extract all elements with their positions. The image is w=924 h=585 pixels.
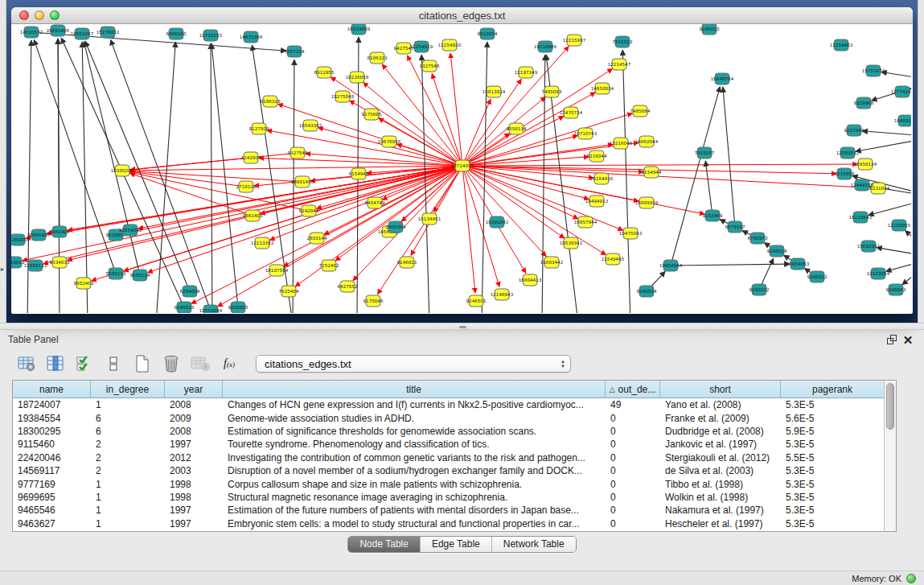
network-node[interactable]: 9030955	[228, 302, 248, 313]
network-node[interactable]: 12774193	[891, 86, 911, 97]
network-node[interactable]: 7857224	[285, 46, 305, 57]
network-node[interactable]: 9170046	[363, 295, 384, 307]
column-header-name[interactable]: name	[13, 381, 91, 398]
minimize-window-button[interactable]	[35, 10, 44, 20]
network-node[interactable]: 7485083	[542, 86, 562, 97]
network-edge[interactable]	[211, 43, 238, 307]
network-node[interactable]: 9246501	[466, 295, 487, 307]
network-node[interactable]: 15692951	[857, 241, 881, 252]
function-builder-button[interactable]: f(x)	[217, 352, 241, 375]
column-header-out_de[interactable]: △out_de...	[606, 381, 660, 398]
network-node[interactable]: 16164416	[590, 173, 614, 184]
network-edge[interactable]	[482, 42, 487, 313]
network-node[interactable]: 9127508	[249, 123, 269, 134]
network-node[interactable]: 14671368	[240, 31, 263, 43]
network-node[interactable]: 3919013	[11, 257, 25, 268]
network-node[interactable]: 7515523	[613, 36, 633, 47]
network-node[interactable]: 9245032	[749, 284, 770, 295]
network-node[interactable]: 10710743	[574, 128, 598, 139]
right-collapsed-panel[interactable]	[918, 0, 924, 323]
network-node[interactable]: 2718120	[236, 181, 257, 192]
network-node[interactable]: 12197349	[515, 67, 538, 78]
network-node[interactable]: 9550134	[130, 270, 150, 281]
network-node[interactable]: 18226058	[346, 72, 369, 83]
network-node[interactable]: 11568133	[24, 260, 47, 271]
network-edge[interactable]	[259, 158, 462, 166]
column-header-title[interactable]: title	[223, 381, 606, 398]
network-node[interactable]: 9861403	[243, 210, 263, 221]
network-edge[interactable]	[462, 46, 569, 166]
network-node[interactable]: 6254004	[180, 286, 200, 297]
network-node[interactable]: 16033809	[347, 24, 371, 35]
network-edge[interactable]	[462, 113, 632, 166]
network-graph[interactable]: 1872400789129551822605818275048165433829…	[11, 24, 911, 313]
column-header-year[interactable]: year	[165, 381, 223, 398]
network-edge[interactable]	[856, 137, 911, 151]
network-node[interactable]: 7919107	[695, 147, 715, 159]
network-edge[interactable]	[705, 161, 713, 216]
network-node[interactable]: 9245043	[886, 284, 906, 295]
network-edge[interactable]	[27, 40, 31, 313]
row-height-button[interactable]	[101, 352, 125, 375]
network-node[interactable]: 9327548	[288, 147, 308, 159]
network-node[interactable]: 5505133	[106, 268, 126, 279]
network-node[interactable]: 10653287	[71, 28, 94, 39]
network-node[interactable]: 12213383	[251, 237, 274, 249]
network-node[interactable]: 15751074	[862, 65, 885, 76]
network-edge[interactable]	[462, 166, 565, 238]
network-node[interactable]: 12214547	[608, 59, 631, 70]
column-header-in_degree[interactable]: in_degree	[91, 381, 165, 398]
network-node[interactable]: 11254920	[438, 39, 462, 51]
network-edge[interactable]	[191, 166, 462, 303]
network-node[interactable]: 11549495	[602, 253, 625, 265]
network-node[interactable]: 7625404	[279, 286, 299, 297]
network-edge[interactable]	[869, 197, 911, 215]
network-node[interactable]: 9245013	[700, 24, 720, 35]
close-panel-button[interactable]: ✕	[900, 332, 916, 347]
delete-table-button[interactable]	[159, 352, 183, 375]
network-node[interactable]: 9327546	[420, 60, 440, 72]
network-window[interactable]: citations_edges.txt 18724007891295518226…	[11, 7, 913, 314]
network-edge[interactable]	[902, 257, 911, 285]
network-edge[interactable]	[211, 43, 212, 313]
table-row[interactable]: 911546021997Tourette syndrome. Phenomeno…	[13, 438, 884, 451]
network-node[interactable]: 18275048	[331, 91, 355, 102]
network-node[interactable]: 10391042	[486, 216, 508, 228]
network-node[interactable]: 8216044	[587, 150, 607, 162]
network-node[interactable]: 9245014	[767, 245, 787, 257]
network-node[interactable]: 9334033	[50, 257, 70, 268]
network-node[interactable]: 13216046	[610, 138, 633, 149]
column-header-short[interactable]: short	[660, 381, 781, 398]
panel-collapse-arrow-icon[interactable]: ▸	[1, 266, 4, 273]
network-node[interactable]: 9245033	[175, 302, 195, 313]
network-node[interactable]: 8679197	[725, 221, 745, 233]
network-node[interactable]: 9952403	[74, 278, 94, 289]
network-node[interactable]: 9152469	[703, 210, 723, 221]
close-window-button[interactable]	[19, 10, 29, 20]
network-edge[interactable]	[85, 41, 190, 291]
network-node[interactable]: 16889939	[635, 197, 659, 208]
network-node[interactable]: 12148943	[491, 289, 514, 300]
network-node[interactable]: 7252402	[319, 260, 339, 271]
network-node[interactable]: 8454749	[365, 197, 385, 208]
network-edge[interactable]	[462, 166, 589, 199]
network-edge[interactable]	[138, 166, 462, 229]
network-node[interactable]: 18494913	[585, 196, 609, 207]
create-table-button[interactable]	[130, 352, 154, 375]
network-node[interactable]: 8215958	[835, 168, 855, 179]
table-row[interactable]: 1456911722003Disruption of a novel membe…	[13, 464, 884, 477]
tab-network-table[interactable]: Network Table	[492, 537, 576, 552]
table-row[interactable]: 969969511998Structural magnetic resonanc…	[13, 491, 884, 504]
network-node[interactable]: 10954063	[786, 258, 810, 270]
network-edge[interactable]	[34, 39, 116, 274]
network-edge[interactable]	[407, 56, 462, 166]
tab-node-table[interactable]: Node Table	[348, 537, 421, 552]
network-node[interactable]: 12103055	[888, 220, 911, 231]
network-edge[interactable]	[462, 166, 704, 214]
network-node[interactable]: 9154945	[349, 168, 369, 179]
network-node[interactable]: 9242844	[299, 205, 319, 216]
network-canvas[interactable]: 1872400789129551822605818275048165433829…	[11, 24, 911, 313]
table-row[interactable]: 946362711997Embryonic stem cells: a mode…	[13, 517, 884, 530]
divider-grip[interactable]	[459, 326, 466, 328]
tab-edge-table[interactable]: Edge Table	[421, 537, 492, 552]
